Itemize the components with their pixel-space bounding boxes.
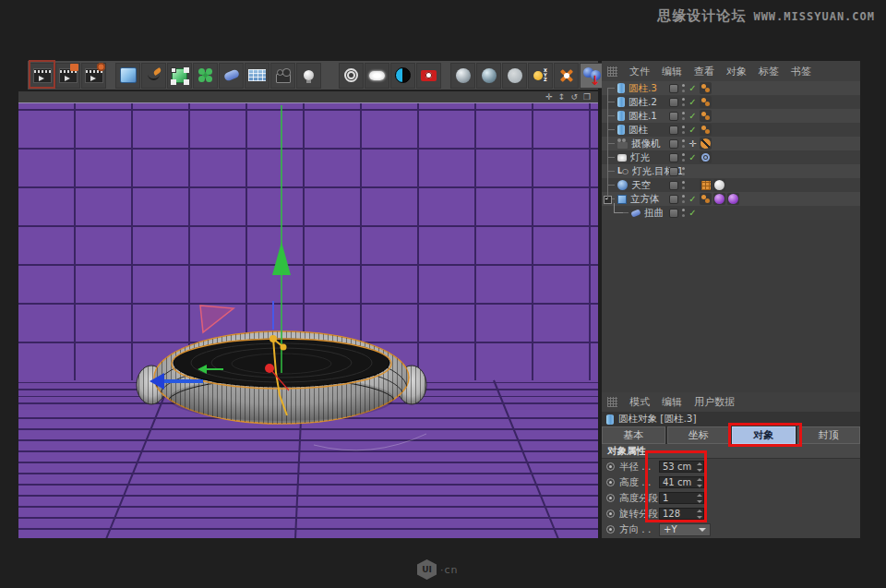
enabled-check-icon[interactable]: ✓ xyxy=(687,152,699,162)
layer-square[interactable] xyxy=(669,153,678,162)
enabled-check-icon[interactable]: ✓ xyxy=(687,111,699,121)
object-label[interactable]: 天空 xyxy=(631,179,651,192)
menu-userdata[interactable]: 用户数据 xyxy=(694,395,735,409)
object-row-sky[interactable]: 天空 xyxy=(602,178,860,192)
layer-square[interactable] xyxy=(669,195,678,204)
key-radio-icon[interactable] xyxy=(606,510,615,518)
layer-square[interactable] xyxy=(669,98,678,107)
menu-objects[interactable]: 对象 xyxy=(726,65,747,78)
tab-caps[interactable]: 封顶 xyxy=(797,426,861,444)
enabled-check-icon[interactable]: ✓ xyxy=(687,194,699,204)
phong-tag-icon[interactable] xyxy=(700,193,712,205)
layer-square[interactable] xyxy=(669,167,678,176)
radius-stepper[interactable] xyxy=(696,462,702,472)
compositing-tag-icon[interactable] xyxy=(701,181,711,190)
floor-object-icon[interactable] xyxy=(245,63,269,89)
visibility-dots[interactable] xyxy=(682,139,685,148)
render-camera-icon[interactable] xyxy=(416,63,441,89)
camera-object-icon[interactable] xyxy=(270,63,295,89)
add-cube-primitive-icon[interactable] xyxy=(115,63,140,89)
key-radio-icon[interactable] xyxy=(606,525,615,534)
object-label[interactable]: 圆柱.2 xyxy=(629,96,657,109)
menu-mode[interactable]: 模式 xyxy=(629,395,650,409)
material-sphere-reflective-icon[interactable] xyxy=(476,63,501,89)
visibility-dots[interactable] xyxy=(682,209,685,217)
visibility-dots[interactable] xyxy=(682,181,685,189)
menu-file[interactable]: 文件 xyxy=(629,65,650,78)
menu-view[interactable]: 查看 xyxy=(694,65,714,78)
object-label[interactable]: 摄像机 xyxy=(631,138,661,150)
object-label[interactable]: 立方体 xyxy=(630,193,660,206)
enabled-check-icon[interactable]: ✓ xyxy=(687,83,699,93)
visibility-dots[interactable] xyxy=(682,153,685,162)
object-row-cylinder1[interactable]: 圆柱.1 ✓ xyxy=(602,109,860,123)
phong-tag-icon[interactable] xyxy=(700,96,712,108)
menu-bookmarks[interactable]: 书签 xyxy=(791,65,811,78)
menu-tags[interactable]: 标签 xyxy=(759,65,779,78)
object-row-light-target[interactable]: L○ 灯光.目标.1 xyxy=(602,164,860,178)
object-label[interactable]: 灯光 xyxy=(630,151,650,164)
object-row-light[interactable]: 灯光 ✓ xyxy=(602,150,860,164)
rotation-segments-stepper[interactable] xyxy=(696,510,702,519)
visibility-dots[interactable] xyxy=(682,126,685,134)
panel-menu-grip-icon[interactable] xyxy=(607,66,617,77)
layer-square[interactable] xyxy=(669,84,678,93)
viewport-canvas[interactable] xyxy=(18,102,598,538)
layer-square[interactable] xyxy=(669,112,678,121)
layer-square[interactable] xyxy=(669,139,678,149)
object-label[interactable]: 扭曲 xyxy=(644,207,664,220)
menu-edit2[interactable]: 编辑 xyxy=(662,395,682,409)
render-view-icon[interactable] xyxy=(30,63,54,89)
orientation-dropdown[interactable]: +Y xyxy=(659,523,711,536)
enabled-check-icon[interactable]: ✓ xyxy=(687,97,699,107)
phong-tag-icon[interactable] xyxy=(700,124,712,136)
purple-material-icon[interactable] xyxy=(714,194,724,204)
radius-input[interactable]: 53 cm xyxy=(659,461,704,473)
layer-square[interactable] xyxy=(669,209,678,218)
display-mode-icon[interactable] xyxy=(390,63,415,89)
tab-basic[interactable]: 基本 xyxy=(602,426,665,444)
object-label[interactable]: 圆柱.3 xyxy=(629,82,657,95)
protection-tag-icon[interactable] xyxy=(700,138,711,149)
object-label[interactable]: 圆柱.1 xyxy=(629,110,657,123)
freehand-spline-icon[interactable] xyxy=(141,63,166,89)
camera-active-icon[interactable]: ✛ xyxy=(687,138,699,149)
visibility-dots[interactable] xyxy=(682,195,685,203)
target-tag-icon[interactable] xyxy=(701,153,710,162)
layer-square[interactable] xyxy=(669,126,678,135)
object-row-cylinder3[interactable]: 圆柱.3 ✓ xyxy=(602,81,860,95)
sky-material-icon[interactable] xyxy=(714,180,724,190)
object-row-cylinder2[interactable]: 圆柱.2 ✓ xyxy=(602,95,860,109)
key-radio-icon[interactable] xyxy=(606,462,615,471)
object-row-cube[interactable]: 立方体 ✓ xyxy=(602,192,860,206)
edit-render-settings-icon[interactable] xyxy=(81,63,106,89)
maximize-icon[interactable]: ❐ xyxy=(583,93,591,102)
menu-edit[interactable]: 编辑 xyxy=(662,65,682,78)
visibility-dots[interactable] xyxy=(682,167,685,175)
pan-icon[interactable]: ✛ xyxy=(545,93,553,102)
height-segments-input[interactable]: 1 xyxy=(659,492,704,504)
visibility-dots[interactable] xyxy=(682,98,685,106)
target-rings-icon[interactable] xyxy=(339,63,364,89)
rotation-segments-input[interactable]: 128 xyxy=(659,508,704,520)
height-segments-stepper[interactable] xyxy=(696,494,702,503)
snap-toggle-icon[interactable] xyxy=(554,63,579,89)
tab-object[interactable]: 对象 xyxy=(732,426,796,444)
visibility-dots[interactable] xyxy=(682,112,685,120)
phong-tag-icon[interactable] xyxy=(700,82,712,94)
array-object-icon[interactable] xyxy=(193,63,218,89)
object-label[interactable]: 圆柱 xyxy=(629,124,648,137)
height-stepper[interactable] xyxy=(696,478,702,487)
render-region-icon[interactable] xyxy=(365,63,389,89)
light-object-icon[interactable] xyxy=(296,63,321,89)
panel-menu-grip-icon[interactable] xyxy=(607,397,617,407)
object-row-camera[interactable]: 摄像机 ✛ xyxy=(602,137,860,150)
key-radio-icon[interactable] xyxy=(606,494,615,502)
phong-tag-icon[interactable] xyxy=(700,110,712,122)
purple-material-icon[interactable] xyxy=(728,194,738,204)
axis-xyz-icon[interactable]: XYZ xyxy=(528,63,553,89)
enabled-check-icon[interactable]: ✓ xyxy=(687,125,699,135)
editable-mesh-icon[interactable] xyxy=(167,63,192,89)
rotate-icon[interactable]: ↺ xyxy=(570,93,578,102)
tab-coordinates[interactable]: 坐标 xyxy=(667,426,731,444)
